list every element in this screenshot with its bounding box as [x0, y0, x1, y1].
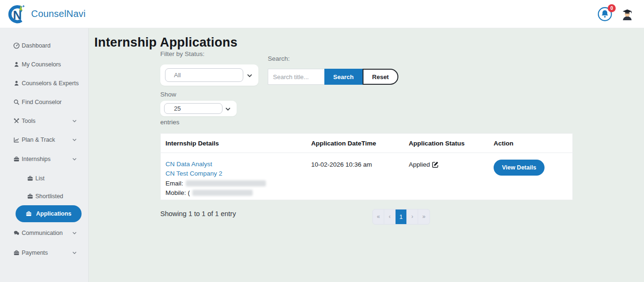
sidebar-item-label: Plan & Track [22, 137, 55, 143]
chevron-down-icon [72, 156, 77, 162]
sidebar-item-internships[interactable]: Internships [0, 154, 89, 164]
pagination: « ‹ 1 › » [372, 209, 430, 225]
company-name-link[interactable]: CN Test Company 2 [165, 170, 223, 177]
chevron-down-icon [72, 230, 77, 236]
filter-status-label: Filter by Status: [160, 50, 205, 57]
search-input[interactable] [268, 69, 324, 85]
search-button[interactable]: Search [324, 69, 363, 85]
sidebar-item-label: Internships [22, 156, 50, 162]
sidebar-item-label: Payments [22, 250, 48, 256]
sidebar-item-dashboard[interactable]: Dashboard [0, 40, 89, 51]
sidebar: Dashboard My Counselors Counselors & Exp… [0, 28, 89, 282]
column-header-internship-details: Internship Details [165, 140, 219, 147]
briefcase-icon [27, 193, 33, 200]
chevron-down-icon [72, 250, 77, 256]
sidebar-item-internships-applications-active[interactable]: Applications [16, 205, 82, 222]
notifications-button[interactable]: 0 [597, 7, 612, 22]
briefcase-icon [25, 210, 32, 217]
table-header-row: Internship Details Application DateTime … [161, 134, 572, 153]
pagination-prev-button[interactable]: ‹ [384, 209, 396, 224]
show-label: Show [160, 91, 176, 98]
internship-title-link[interactable]: CN Data Analyst [165, 161, 212, 168]
reset-button[interactable]: Reset [363, 69, 398, 85]
sidebar-item-my-counselors[interactable]: My Counselors [0, 59, 89, 70]
sidebar-item-label: My Counselors [22, 61, 61, 68]
email-value-redacted [186, 180, 266, 186]
sidebar-item-tools[interactable]: Tools [0, 116, 89, 126]
sidebar-item-internships-list[interactable]: List [0, 173, 89, 184]
chevron-down-icon [72, 118, 77, 124]
status-filter-value: All [165, 68, 243, 82]
email-line: Email: [165, 180, 266, 187]
applications-table: Internship Details Application DateTime … [160, 133, 573, 200]
showing-entries-text: Showing 1 to 1 of 1 entry [160, 210, 236, 218]
sidebar-item-label: Dashboard [22, 42, 50, 49]
chevron-down-icon [247, 72, 253, 78]
column-header-application-datetime: Application DateTime [311, 140, 376, 147]
briefcase-icon [27, 175, 33, 182]
sidebar-item-label: Tools [22, 118, 35, 124]
sidebar-item-counselors-experts[interactable]: Counselors & Experts [0, 78, 89, 89]
search-label: Search: [268, 55, 290, 62]
entries-label: entries [160, 119, 180, 126]
chart-icon [13, 137, 20, 143]
pagination-last-button[interactable]: » [418, 209, 429, 224]
pagination-next-button[interactable]: › [407, 209, 418, 224]
pagination-first-button[interactable]: « [373, 209, 384, 224]
tools-icon [13, 118, 20, 124]
brand-name: CounselNavi [31, 8, 86, 19]
mobile-line: Mobile: ( [165, 189, 253, 196]
sidebar-item-label: Counselors & Experts [22, 80, 79, 87]
sidebar-item-label: Applications [36, 210, 71, 217]
main-content: Internship Applications Filter by Status… [89, 28, 644, 282]
status-text: Applied [409, 161, 430, 168]
column-header-action: Action [494, 140, 513, 147]
sidebar-item-find-counselor[interactable]: Find Counselor [0, 97, 89, 107]
column-header-application-status: Application Status [409, 140, 465, 147]
dashboard-gauge-icon [13, 42, 20, 49]
view-details-button[interactable]: View Details [494, 160, 545, 176]
briefcase-icon [13, 250, 20, 256]
sidebar-item-communication[interactable]: Communication [0, 228, 89, 238]
sidebar-item-payments[interactable]: Payments [0, 248, 89, 258]
chat-icon [13, 230, 20, 236]
email-label: Email: [165, 180, 183, 187]
chevron-down-icon [72, 137, 77, 143]
page-title: Internship Applications [94, 35, 238, 50]
pagination-page-1-button[interactable]: 1 [396, 209, 407, 224]
page-size-select[interactable]: 25 [160, 101, 237, 116]
application-datetime: 10-02-2026 10:36 am [311, 161, 372, 168]
sidebar-item-plan-track[interactable]: Plan & Track [0, 135, 89, 145]
sidebar-item-label: Shortlisted [35, 193, 63, 200]
person-icon [13, 80, 20, 87]
page-size-value: 25 [164, 103, 223, 114]
mobile-value-redacted [192, 190, 253, 196]
sidebar-item-label: List [35, 175, 44, 182]
topbar: N CounselNavi 0 [0, 0, 644, 28]
mobile-label: Mobile: ( [165, 189, 190, 196]
edit-pencil-square-icon[interactable] [432, 161, 439, 168]
briefcase-icon [13, 156, 20, 162]
sidebar-item-label: Communication [22, 230, 63, 236]
notification-count-badge: 0 [608, 4, 616, 12]
chevron-down-icon [225, 105, 231, 112]
application-status-cell: Applied [409, 161, 439, 168]
user-avatar[interactable] [621, 8, 634, 21]
cn-compass-logo-icon: N [7, 4, 27, 24]
sidebar-item-label: Find Counselor [22, 99, 62, 105]
status-filter-select[interactable]: All [160, 64, 258, 86]
search-icon [13, 99, 20, 105]
brand[interactable]: N CounselNavi [0, 4, 86, 24]
search-group: Search Reset [268, 69, 398, 85]
sidebar-item-internships-shortlisted[interactable]: Shortlisted [0, 191, 89, 201]
person-icon [13, 61, 20, 68]
